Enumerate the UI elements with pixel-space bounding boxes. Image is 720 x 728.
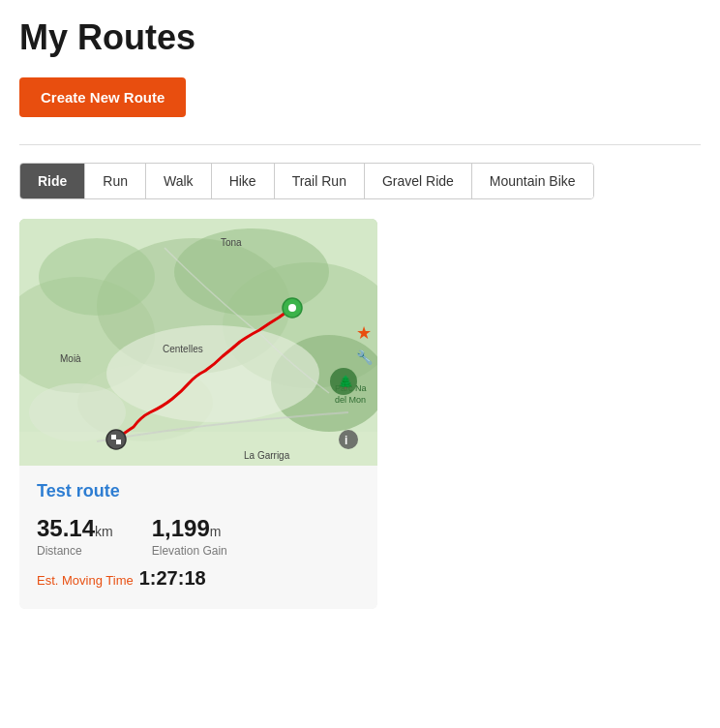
elevation-value: 1,199m <box>152 515 227 542</box>
svg-rect-10 <box>19 432 377 466</box>
svg-point-8 <box>106 325 319 422</box>
distance-value: 35.14km <box>37 515 113 542</box>
elevation-unit: m <box>210 524 222 539</box>
section-divider <box>19 144 701 145</box>
tab-hike[interactable]: Hike <box>212 164 275 198</box>
moving-time-row: Est. Moving Time 1:27:18 <box>37 567 360 590</box>
tab-ride[interactable]: Ride <box>20 164 85 198</box>
svg-rect-23 <box>116 435 121 440</box>
svg-point-7 <box>174 228 329 316</box>
tab-walk[interactable]: Walk <box>146 164 212 198</box>
svg-point-28 <box>339 430 358 449</box>
svg-point-25 <box>288 304 296 312</box>
elevation-label: Elevation Gain <box>152 544 227 558</box>
tab-trail-run[interactable]: Trail Run <box>275 164 365 198</box>
svg-text:🔧: 🔧 <box>356 349 374 366</box>
moving-time-value: 1:27:18 <box>139 567 206 590</box>
activity-type-tabs: Ride Run Walk Hike Trail Run Gravel Ride… <box>19 163 594 199</box>
distance-stat: 35.14km Distance <box>37 515 113 558</box>
route-name[interactable]: Test route <box>37 481 360 501</box>
svg-text:i: i <box>345 434 347 447</box>
route-map[interactable]: Moià Centelles La Garriga Tona Parc Na d… <box>19 219 377 466</box>
tab-gravel-ride[interactable]: Gravel Ride <box>365 164 472 198</box>
tab-run[interactable]: Run <box>85 164 146 198</box>
svg-rect-22 <box>111 440 116 444</box>
elevation-stat: 1,199m Elevation Gain <box>152 515 227 558</box>
distance-label: Distance <box>37 544 113 558</box>
svg-point-6 <box>39 238 155 316</box>
route-stats-row: 35.14km Distance 1,199m Elevation Gain <box>37 515 360 558</box>
svg-text:La Garriga: La Garriga <box>244 450 290 461</box>
page-title: My Routes <box>19 17 701 58</box>
svg-text:🌲: 🌲 <box>338 374 354 390</box>
svg-text:Tona: Tona <box>221 237 242 248</box>
moving-time-label: Est. Moving Time <box>37 573 134 588</box>
tab-mountain-bike[interactable]: Mountain Bike <box>472 164 593 198</box>
svg-text:del Mon: del Mon <box>335 395 366 405</box>
svg-rect-20 <box>111 435 116 440</box>
route-info: Test route 35.14km Distance 1,199m Eleva… <box>19 466 377 609</box>
svg-text:Moià: Moià <box>60 353 81 364</box>
create-new-route-button[interactable]: Create New Route <box>19 77 186 117</box>
svg-text:★: ★ <box>356 323 372 343</box>
distance-unit: km <box>95 524 113 539</box>
route-card: Moià Centelles La Garriga Tona Parc Na d… <box>19 219 377 609</box>
svg-rect-21 <box>116 440 121 444</box>
svg-text:Centelles: Centelles <box>163 344 203 354</box>
